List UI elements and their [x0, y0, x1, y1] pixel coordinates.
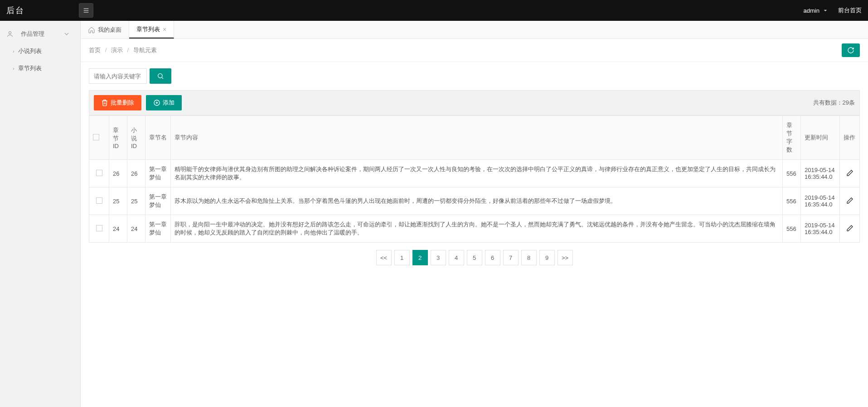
edit-icon[interactable] — [846, 197, 853, 204]
checkbox-row[interactable] — [96, 170, 102, 176]
logo: 后台 — [6, 5, 79, 16]
table-row: 2626第一章 梦仙精明能干的女律师与潜伏其身边别有所图的助理之间解决各种诉讼案… — [89, 160, 860, 187]
search-button[interactable] — [150, 68, 171, 84]
plus-circle-icon — [153, 99, 160, 106]
table-header-row: 章节ID 小说ID 章节名 章节内容 章节字数 更新时间 操作 — [89, 116, 860, 160]
sidebar-item-label: 小说列表 — [18, 47, 42, 55]
cell-update-time: 2019-05-14 16:35:44.0 — [801, 160, 840, 187]
page-3[interactable]: 3 — [431, 250, 446, 265]
page-prev[interactable]: << — [376, 250, 392, 265]
page-next[interactable]: >> — [558, 250, 573, 265]
cell-chapter-id: 24 — [109, 215, 127, 243]
cell-novel-id: 24 — [127, 215, 145, 243]
cell-word-count: 556 — [783, 187, 801, 215]
checkbox-row[interactable] — [96, 225, 102, 231]
refresh-icon — [847, 47, 854, 54]
content: 批量删除 添加 共有数据：29条 章节ID 小说ID 章节名 — [81, 62, 868, 407]
cell-chapter-content: 苏木原以为她的人生永远不会和危险扯上关系。当那个穿着黑色斗篷的男人出现在她面前时… — [171, 187, 783, 215]
trash-icon — [101, 99, 108, 106]
page-5[interactable]: 5 — [467, 250, 482, 265]
button-label: 添加 — [163, 99, 175, 107]
main: 我的桌面 章节列表 × 首页 / 演示 / 导航元素 — [81, 21, 868, 407]
data-table: 章节ID 小说ID 章节名 章节内容 章节字数 更新时间 操作 2626第一章 … — [89, 115, 860, 243]
chevron-down-icon — [63, 30, 70, 38]
breadcrumb-row: 首页 / 演示 / 导航元素 — [81, 39, 868, 62]
sidebar-item-novel-list[interactable]: › 小说列表 — [0, 43, 80, 60]
cell-operate — [840, 160, 860, 187]
page-7[interactable]: 7 — [503, 250, 519, 265]
chevron-right-icon: › — [13, 66, 15, 71]
svg-line-5 — [162, 77, 163, 79]
cell-update-time: 2019-05-14 16:35:44.0 — [801, 215, 840, 243]
table-row: 2525第一章 梦仙苏木原以为她的人生永远不会和危险扯上关系。当那个穿着黑色斗篷… — [89, 187, 860, 215]
user-name: admin — [804, 7, 820, 14]
button-label: 批量删除 — [111, 99, 134, 107]
page-2[interactable]: 2 — [412, 250, 428, 265]
user-menu[interactable]: admin — [804, 7, 829, 14]
sidebar-item-chapter-list[interactable]: › 章节列表 — [0, 60, 80, 77]
page-6[interactable]: 6 — [485, 250, 500, 265]
hamburger-icon — [82, 7, 90, 14]
topbar: 后台 admin 前台首页 — [0, 0, 868, 21]
front-site-link[interactable]: 前台首页 — [838, 6, 862, 14]
breadcrumb: 首页 / 演示 / 导航元素 — [89, 46, 157, 54]
sidebar-item-works[interactable]: 作品管理 — [0, 25, 80, 43]
th-chapter-id: 章节ID — [109, 116, 127, 160]
cell-update-time: 2019-05-14 16:35:44.0 — [801, 187, 840, 215]
search-input[interactable] — [89, 68, 147, 84]
tab-desktop[interactable]: 我的桌面 — [81, 21, 129, 38]
breadcrumb-item[interactable]: 演示 — [111, 47, 123, 53]
cell-chapter-id: 25 — [109, 187, 127, 215]
th-chapter-content: 章节内容 — [171, 116, 783, 160]
tab-label: 章节列表 — [136, 25, 160, 34]
edit-icon[interactable] — [846, 169, 853, 177]
close-icon[interactable]: × — [163, 26, 166, 33]
svg-point-3 — [9, 32, 11, 34]
tab-label: 我的桌面 — [98, 26, 121, 34]
toolbar: 批量删除 添加 共有数据：29条 — [89, 90, 860, 115]
breadcrumb-item: 导航元素 — [133, 47, 157, 53]
checkbox-all[interactable] — [93, 134, 99, 140]
edit-icon[interactable] — [846, 225, 853, 232]
checkbox-row[interactable] — [96, 197, 102, 204]
cell-chapter-name: 第一章 梦仙 — [145, 160, 171, 187]
caret-down-icon — [822, 7, 829, 14]
th-operate: 操作 — [840, 116, 860, 160]
search-row — [89, 68, 860, 84]
cell-word-count: 556 — [783, 215, 801, 243]
refresh-button[interactable] — [842, 43, 860, 57]
page-9[interactable]: 9 — [539, 250, 555, 265]
cell-novel-id: 26 — [127, 160, 145, 187]
cell-chapter-content: 精明能干的女律师与潜伏其身边别有所图的助理之间解决各种诉讼案件，期间两人经历了一… — [171, 160, 783, 187]
chevron-right-icon: › — [13, 48, 15, 54]
cell-chapter-id: 26 — [109, 160, 127, 187]
data-count: 共有数据：29条 — [813, 99, 855, 107]
cell-chapter-content: 辞职，是向阳一生中最冲动的决定。她并没有想好之后的路该怎么走，可命运的牵引，却让… — [171, 215, 783, 243]
cell-chapter-name: 第一章 梦仙 — [145, 215, 171, 243]
cell-operate — [840, 215, 860, 243]
page-4[interactable]: 4 — [449, 250, 464, 265]
breadcrumb-item[interactable]: 首页 — [89, 47, 101, 53]
th-update-time: 更新时间 — [801, 116, 840, 160]
th-word-count: 章节字数 — [783, 116, 801, 160]
cell-word-count: 556 — [783, 160, 801, 187]
page-8[interactable]: 8 — [521, 250, 537, 265]
home-icon — [88, 26, 95, 34]
cell-novel-id: 25 — [127, 187, 145, 215]
svg-point-4 — [158, 74, 162, 78]
tab-chapter-list[interactable]: 章节列表 × — [129, 21, 174, 38]
th-novel-id: 小说ID — [127, 116, 145, 160]
page-1[interactable]: 1 — [394, 250, 410, 265]
tabs: 我的桌面 章节列表 × — [81, 21, 868, 39]
add-button[interactable]: 添加 — [146, 95, 182, 110]
table-row: 2424第一章 梦仙辞职，是向阳一生中最冲动的决定。她并没有想好之后的路该怎么走… — [89, 215, 860, 243]
cell-chapter-name: 第一章 梦仙 — [145, 187, 171, 215]
sidebar-item-label: 作品管理 — [21, 30, 44, 38]
user-icon — [6, 30, 14, 38]
batch-delete-button[interactable]: 批量删除 — [94, 95, 141, 110]
pagination: <<123456789>> — [89, 250, 860, 265]
menu-toggle-button[interactable] — [79, 3, 93, 18]
cell-operate — [840, 187, 860, 215]
search-icon — [157, 72, 164, 80]
sidebar: 作品管理 › 小说列表 › 章节列表 — [0, 21, 81, 407]
